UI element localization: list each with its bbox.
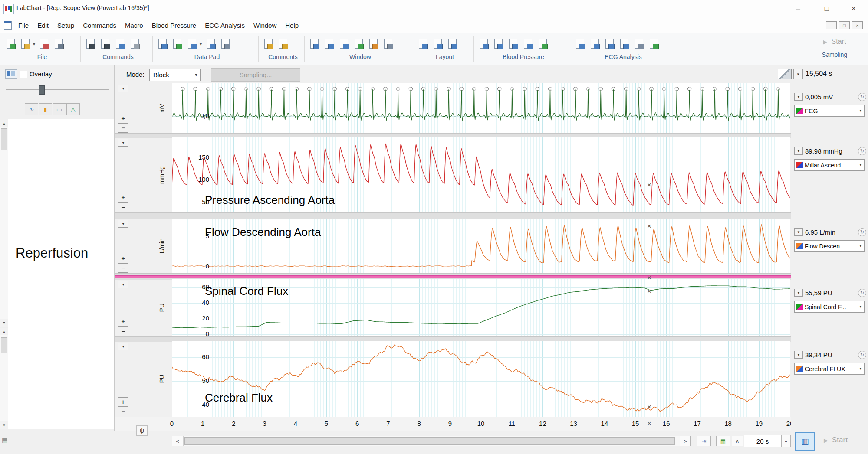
bp-add-icon[interactable] [537,38,549,49]
channel-scale-menu-button[interactable]: ▼ [118,343,128,350]
tile-horizontal-icon[interactable] [432,38,444,49]
channel-value-menu-button[interactable]: ▼ [794,93,803,101]
zoom-out-button[interactable]: − [118,407,128,416]
data-window-icon[interactable] [353,38,365,49]
autoscale-icon[interactable]: ↻ [858,228,866,236]
zoom-in-button[interactable]: + [118,193,128,203]
sampling-panel-button[interactable]: ▥ [795,432,815,451]
ecg-view-icon[interactable] [619,38,630,49]
autoscale-icon[interactable]: ↻ [858,289,866,297]
copy-window-icon[interactable] [383,38,394,49]
datapad-options-icon[interactable] [205,38,217,49]
compress-button[interactable]: ∧ [732,436,743,446]
bp-cycle-icon[interactable] [508,38,519,49]
zoom-slider[interactable] [39,85,45,95]
pages-icon[interactable] [5,69,17,79]
menu-ecg-analysis[interactable]: ECG Analysis [201,18,249,33]
channel-scale-menu-button[interactable]: ▼ [118,85,128,92]
sampling-start-button[interactable]: ▶ Start [806,35,864,49]
cascade-icon[interactable] [447,38,458,49]
autoscale-icon[interactable]: ↻ [858,93,866,101]
minimize-button[interactable]: – [786,0,811,17]
find-icon[interactable] [85,38,96,49]
datapad-view-icon[interactable] [157,38,168,49]
left-scrollbar-lower-thumb[interactable] [1,337,7,353]
autoscale-icon[interactable]: ↻ [858,147,866,155]
menu-setup[interactable]: Setup [53,18,79,33]
maximize-button[interactable]: □ [814,0,839,17]
abort-icon[interactable] [129,38,141,49]
menu-help[interactable]: Help [281,18,303,33]
jump-to-end-button[interactable]: ⇥ [697,436,711,446]
channel-scale-menu-button[interactable]: ▼ [118,281,128,288]
sampling-settings-button[interactable]: Sampling... [211,68,300,82]
left-scrollbar-upper[interactable] [0,127,8,319]
marker-tool[interactable]: ψ [136,425,148,436]
menu-commands[interactable]: Commands [79,18,121,33]
spline-tool-button[interactable]: ∿ [25,103,38,115]
horizontal-scrollbar[interactable] [183,436,681,446]
print-icon[interactable] [53,38,65,49]
mdi-minimize-button[interactable]: – [826,21,837,29]
scrollbar-thumb[interactable] [184,437,675,445]
zoom-icon[interactable] [339,38,350,49]
spectrum-icon[interactable] [324,38,335,49]
block-select-button[interactable]: ▼ [793,69,803,79]
ecg-report-icon[interactable] [634,38,645,49]
overlay-checkbox[interactable] [20,71,27,78]
bp-table-icon[interactable] [493,38,504,49]
block-preview-icon[interactable] [778,69,792,79]
lock-tool-button[interactable]: ▮ [39,103,52,115]
channel-selector[interactable]: Flow Descen...▼ [794,240,865,252]
channel-value-menu-button[interactable]: ▼ [794,147,803,155]
bp-view-icon[interactable] [523,38,534,49]
scale-tool-button[interactable]: △ [66,103,80,115]
close-button[interactable]: × [841,0,866,17]
dropdown-arrow-icon[interactable]: ▾ [200,42,202,46]
channel-selector[interactable]: Spinal Cord F...▼ [794,301,865,313]
find-next-icon[interactable] [100,38,111,49]
autoscale-icon[interactable]: ↻ [858,351,866,359]
ecg-table-icon[interactable] [589,38,601,49]
datapad-export-icon[interactable] [220,38,231,49]
zoom-in-button[interactable]: + [118,397,128,407]
mdi-restore-button[interactable]: □ [839,21,850,29]
zoom-out-button[interactable]: − [118,123,128,133]
scroll-left-button[interactable]: < [172,436,183,446]
ecg-settings-icon[interactable] [575,38,586,49]
datapad-add-icon[interactable] [172,38,183,49]
scale-up-button[interactable]: ▲ [781,435,791,447]
left-scrollbar-upper-down-button[interactable]: ▼ [0,319,8,327]
new-chart-icon[interactable] [5,38,16,49]
zoom-window-icon[interactable] [309,38,320,49]
view-options-button[interactable]: ▦ [716,436,730,446]
start-button[interactable]: ▶ Start [824,436,848,444]
zoom-in-button[interactable]: + [118,254,128,263]
left-scrollbar-lower-down-button[interactable]: ▼ [0,421,8,429]
export-icon[interactable] [39,38,50,49]
zoom-in-button[interactable]: + [118,317,128,327]
tile-vertical-icon[interactable] [418,38,429,49]
zoom-out-button[interactable]: − [118,263,128,273]
menu-file[interactable]: File [14,18,33,33]
bp-settings-icon[interactable] [478,38,490,49]
menu-blood-pressure[interactable]: Blood Pressure [148,18,201,33]
channel-value-menu-button[interactable]: ▼ [794,228,803,236]
mode-select[interactable]: Block ▼ [149,69,201,81]
menu-edit[interactable]: Edit [33,18,53,33]
time-scale-select[interactable]: 20 s [744,435,781,447]
channel-selector[interactable]: Cerebral FLUX▼ [794,363,865,375]
pan-tool-button[interactable]: ▭ [53,103,66,115]
channel-selector[interactable]: ECG▼ [794,105,865,117]
channel-selector[interactable]: Millar Ascend...▼ [794,159,865,171]
chart-window-icon[interactable] [368,38,379,49]
menu-window[interactable]: Window [249,18,281,33]
zoom-out-button[interactable]: − [118,203,128,212]
scroll-right-button[interactable]: > [680,436,691,446]
ecg-average-icon[interactable] [604,38,615,49]
zoom-slider-track[interactable] [6,89,108,90]
comments-window-icon[interactable] [278,38,289,49]
channel-scale-menu-button[interactable]: ▼ [118,220,128,228]
goto-icon[interactable] [115,38,126,49]
open-file-icon[interactable] [20,38,31,49]
